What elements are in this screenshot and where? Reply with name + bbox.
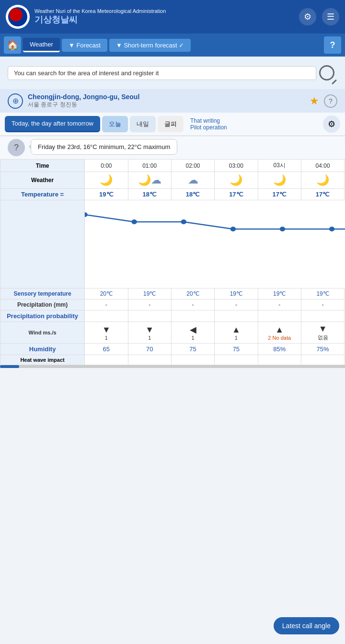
weather-table: Time 0:00 01:00 02:00 03:00 03시 04:00 05…	[0, 159, 345, 365]
scroll-indicator-fill	[0, 365, 19, 368]
sensory-cell-4: 19℃	[258, 288, 301, 299]
header-title-kr: 기상청날씨	[34, 14, 294, 25]
temp-text-row: Temperature = 19℃ 18℃ 18℃ 17℃ 17℃ 17℃ 17…	[0, 189, 345, 200]
svg-point-2	[181, 219, 186, 224]
wind-speed-2: 1	[172, 335, 213, 341]
home-button[interactable]: 🏠	[4, 36, 21, 54]
wind-label: Wind ms./s	[0, 322, 85, 344]
forecast-tab-today[interactable]: Today, the day after tomorrow	[5, 116, 100, 132]
temp-cell-1: 18℃	[128, 189, 171, 200]
weather-icon-5: 🌙	[301, 172, 344, 189]
temp-cell-4: 17℃	[258, 189, 301, 200]
weather-label: Weather	[0, 172, 85, 189]
sensory-cell-0: 20℃	[85, 288, 128, 299]
search-magnify-icon	[319, 65, 334, 80]
prob-cell-1	[128, 310, 171, 322]
favorite-star-icon[interactable]: ★	[310, 95, 319, 107]
time-cell-5: 04:00	[301, 160, 344, 172]
forecast-tabs: Today, the day after tomorrow 오늘 내일 글피 T…	[0, 113, 345, 136]
humidity-cell-0: 65	[85, 344, 128, 355]
time-cell-3: 03:00	[215, 160, 258, 172]
nav-help-button[interactable]: ?	[324, 36, 341, 54]
forecast-settings-icon[interactable]: ⚙	[323, 115, 340, 133]
precip-cell-4: -	[258, 299, 301, 310]
wind-cell-5: ▼ 없음	[301, 322, 344, 344]
temp-graph-label	[0, 200, 85, 288]
humidity-cell-3: 75	[215, 344, 258, 355]
latest-call-angle-button[interactable]: Latest call angle	[274, 617, 339, 634]
search-input[interactable]: You can search for the area of interest …	[8, 66, 316, 80]
heatwave-cell-5	[301, 355, 344, 365]
prob-cell-0	[85, 310, 128, 322]
header-title: Weather Nuri of the Korea Meteorological…	[34, 8, 294, 25]
prob-row: Precipitation probability 0 % 0 %	[0, 310, 345, 322]
wind-arrow-1: ▼	[129, 325, 170, 335]
location-name-kr: 서울 종로구 청진동	[28, 101, 305, 109]
settings-icon[interactable]: ⚙	[299, 8, 316, 25]
time-cell-0: 0:00	[85, 160, 128, 172]
heatwave-cell-4	[258, 355, 301, 365]
sensory-cell-1: 19℃	[128, 288, 171, 299]
forecast-tab-today-short[interactable]: 오늘	[102, 116, 128, 132]
svg-point-1	[132, 219, 137, 224]
wind-speed-4: 2 No data	[259, 335, 300, 341]
prob-cell-3	[215, 310, 258, 322]
nav-tab-weather[interactable]: Weather	[23, 38, 60, 52]
temp-cell-0: 19℃	[85, 189, 128, 200]
sensory-cell-2: 20℃	[171, 288, 214, 299]
precip-label: Precipitation (mm)	[0, 299, 85, 310]
wind-arrow-3: ▲	[216, 325, 256, 335]
humidity-row: Humidity 65 70 75 75 85% 75% 75% 85%	[0, 344, 345, 355]
info-bubble: Friday the 23rd, 16°C minimum, 22°C maxi…	[31, 139, 177, 155]
forecast-font-size-tab[interactable]: 글피	[158, 116, 184, 132]
temp-cell-5: 17℃	[301, 189, 344, 200]
precip-cell-1: -	[128, 299, 171, 310]
search-button[interactable]	[316, 62, 337, 83]
info-banner: ? Friday the 23rd, 16°C minimum, 22°C ma…	[0, 136, 345, 159]
location-help-icon[interactable]: ?	[324, 94, 337, 108]
svg-point-4	[280, 227, 285, 231]
wind-cell-0: ▼ 1	[85, 322, 128, 344]
forecast-tab-tomorrow[interactable]: 내일	[130, 116, 156, 132]
humidity-cell-2: 75	[171, 344, 214, 355]
weather-scroll[interactable]: Time 0:00 01:00 02:00 03:00 03시 04:00 05…	[0, 159, 345, 365]
wind-speed-1: 1	[129, 335, 170, 341]
location-name: Cheongjin-dong, Jongno-gu, Seoul	[28, 93, 305, 101]
humidity-cell-5: 75%	[301, 344, 344, 355]
menu-icon[interactable]: ☰	[322, 8, 339, 25]
heatwave-label: Heat wave impact	[0, 355, 85, 365]
wind-cell-3: ▲ 1	[215, 322, 258, 344]
time-label: Time	[0, 160, 85, 172]
nav-tab-shortterm[interactable]: ▼ Short-term forecast ✓	[109, 39, 191, 52]
temp-cell-3: 17℃	[215, 189, 258, 200]
forecast-medium-term[interactable]: That writing Pilot operation	[185, 115, 232, 133]
sensory-label: Sensory temperature	[0, 288, 85, 299]
precip-cell-3: -	[215, 299, 258, 310]
logo	[6, 5, 30, 29]
weather-icon-0: 🌙	[85, 172, 128, 189]
temp-graph-cell: 99° € 7	[85, 200, 345, 288]
location-crosshair-icon[interactable]: ⊕	[8, 93, 23, 109]
sensory-cell-3: 19℃	[215, 288, 258, 299]
header: Weather Nuri of the Korea Meteorological…	[0, 0, 345, 34]
heatwave-cell-3	[215, 355, 258, 365]
temp-cell-2: 18℃	[171, 189, 214, 200]
weather-icon-3: 🌙	[215, 172, 258, 189]
svg-point-0	[85, 212, 88, 217]
sensory-cell-5: 19℃	[301, 288, 344, 299]
nav-tab-forecast[interactable]: ▼ Forecast	[62, 39, 107, 52]
weather-icon-row: Weather 🌙 🌙☁ ☁ 🌙 🌙 🌙 ☀ ☀	[0, 172, 345, 189]
time-cell-1: 01:00	[128, 160, 171, 172]
humidity-cell-1: 70	[128, 344, 171, 355]
wind-speed-3: 1	[216, 335, 256, 341]
heatwave-row: Heat wave impact	[0, 355, 345, 365]
header-icons: ⚙ ☰	[299, 8, 339, 25]
heatwave-cell-2	[171, 355, 214, 365]
info-question-icon: ?	[8, 139, 25, 156]
prob-label: Precipitation probability	[0, 310, 85, 322]
wind-row: Wind ms./s ▼ 1 ▼ 1 ◀ 1 ▲ 1 ▲ 2 No data	[0, 322, 345, 344]
weather-icon-1: 🌙☁	[128, 172, 171, 189]
wind-arrow-2: ◀	[172, 324, 213, 335]
precip-row: Precipitation (mm) - - - - - - - -	[0, 299, 345, 310]
precip-cell-0: -	[85, 299, 128, 310]
